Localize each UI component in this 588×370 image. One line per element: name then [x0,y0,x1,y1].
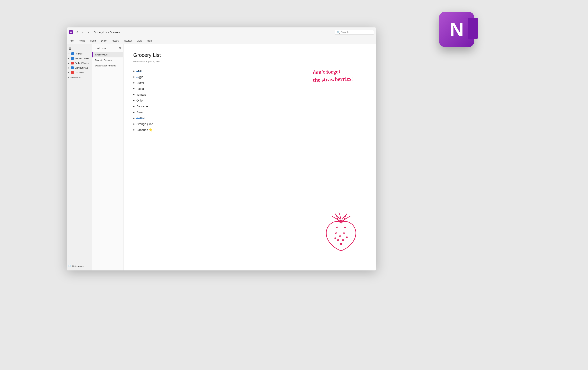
main-content: ☰ ▼ To-Do's ▶ Vacation Ideas ▶ Budget Tr… [67,44,376,270]
sidebar-label-budget: Budget Tracker [75,62,90,64]
svg-point-7 [346,237,347,238]
bullet-avocado [133,106,135,107]
sidebar-label-gift: Gift Ideas [75,71,84,74]
onenote-small-icon: N [69,30,73,34]
sidebar-label-workout: Workout Plan [75,67,88,69]
bullet-milk [133,71,135,72]
item-coffee: Coffee [136,116,145,120]
app-window: N ↺ → › Grocery List - OneNote 🔍 Search … [67,27,376,270]
expand-arrow-budget: ▶ [68,62,69,64]
pages-panel-header: + Add page ⇅ [92,44,123,52]
note-area: Grocery List Wednesday, August 7, 2024 M… [124,44,376,270]
undo-button[interactable]: ↺ [74,30,79,34]
pages-panel: + Add page ⇅ Grocery List Favorite Recip… [92,44,124,270]
svg-point-0 [335,233,337,234]
budget-section-icon [71,62,74,64]
onenote-letter: N [450,18,464,41]
expand-arrow-gift: ▶ [68,72,69,74]
sidebar-item-vacation[interactable]: ▶ Vacation Ideas [67,56,92,61]
quick-notes-label: Quick notes [72,265,84,267]
search-box[interactable]: 🔍 Search [335,30,374,34]
svg-point-5 [340,243,342,244]
item-milk: Milk [136,69,142,74]
title-bar-left: N ↺ → › Grocery List - OneNote [69,30,120,34]
item-bananas: Bananas ⭐ [136,127,152,132]
search-icon: 🔍 [337,31,340,34]
search-label: Search [341,31,348,34]
svg-point-3 [337,240,339,241]
sidebar-item-todos[interactable]: ▼ To-Do's [67,51,92,56]
add-page-label: Add page [97,47,106,49]
grocery-item-onion: Onion [133,98,367,104]
item-butter: Butter [136,81,144,85]
bullet-butter [133,82,135,84]
handwritten-line2: the strawberries! [313,75,353,84]
sidebar: ☰ ▼ To-Do's ▶ Vacation Ideas ▶ Budget Tr… [67,44,92,270]
svg-point-9 [344,227,346,228]
sidebar-label-todos: To-Do's [75,53,83,55]
page-item-recipes[interactable]: Favorite Recipes [92,57,123,63]
add-page-button[interactable]: + Add page [94,46,108,50]
add-page-icon: + [95,47,96,49]
sidebar-item-budget[interactable]: ▶ Budget Tracker [67,61,92,65]
item-avocado: Avocado [136,104,148,109]
sidebar-item-workout[interactable]: ▶ Workout Plan [67,65,92,70]
onenote-app-icon: N [439,12,474,51]
bullet-eggs [133,76,135,78]
menu-insert[interactable]: Insert [89,39,97,43]
title-bar: N ↺ → › Grocery List - OneNote 🔍 Search [67,27,376,37]
handwritten-note: don't forget the strawberries! [312,67,353,84]
bullet-pasta [133,88,135,89]
menu-home[interactable]: Home [78,39,86,43]
menu-view[interactable]: View [136,39,143,43]
grocery-item-tomato: Tomato [133,92,367,98]
workout-section-icon [71,66,74,69]
menu-draw[interactable]: Draw [100,39,107,43]
menu-file[interactable]: File [69,39,74,43]
page-item-grocery[interactable]: Grocery List [92,52,123,57]
item-eggs: Eggs [136,75,143,79]
grocery-item-oj: Orange juice [133,121,367,127]
note-date: Wednesday, August 7, 2024 [133,60,367,63]
item-oj: Orange juice [136,122,153,127]
svg-point-1 [339,236,341,237]
new-section-plus-icon: + [68,76,69,79]
menu-bar: File Home Insert Draw History Review Vie… [67,37,376,44]
svg-point-2 [343,233,345,234]
bullet-onion [133,100,135,101]
redo-button[interactable]: → [80,30,85,34]
expand-arrow-workout: ▶ [68,67,69,69]
grocery-item-coffee: Coffee [133,115,367,121]
grocery-item-avocado: Avocado [133,104,367,109]
item-bread: Bread [136,110,144,115]
new-section-label: New section [70,76,82,79]
menu-history[interactable]: History [111,39,120,43]
bullet-bread [133,112,135,113]
grocery-item-pasta: Pasta [133,86,367,92]
window-title: Grocery List - OneNote [94,31,120,34]
expand-arrow-todos: ▼ [68,53,70,55]
strawberry-drawing [321,212,361,255]
vacation-section-icon [71,57,74,60]
new-section-button[interactable]: + New section [67,75,92,80]
bullet-tomato [133,94,135,95]
page-item-doctor[interactable]: Doctor Appointments [92,63,123,68]
more-button[interactable]: › [86,30,91,34]
menu-review[interactable]: Review [123,39,133,43]
menu-help[interactable]: Help [146,39,153,43]
item-tomato: Tomato [136,92,146,97]
sidebar-label-vacation: Vacation Ideas [75,57,89,60]
sidebar-item-gift[interactable]: ▶ Gift Ideas [67,70,92,75]
bullet-bananas [133,129,135,130]
svg-point-8 [336,227,338,228]
grocery-item-bread: Bread [133,109,367,115]
note-title: Grocery List [133,52,367,58]
sort-pages-icon[interactable]: ⇅ [119,47,121,50]
quick-notes-icon: 📄 [68,265,71,267]
sidebar-menu-icon[interactable]: ☰ [67,46,92,51]
item-onion: Onion [136,98,144,103]
quick-notes-button[interactable]: 📄 Quick notes [67,263,92,269]
todos-section-icon [71,52,74,55]
item-pasta: Pasta [136,86,144,91]
grocery-item-bananas: Bananas ⭐ [133,127,367,133]
